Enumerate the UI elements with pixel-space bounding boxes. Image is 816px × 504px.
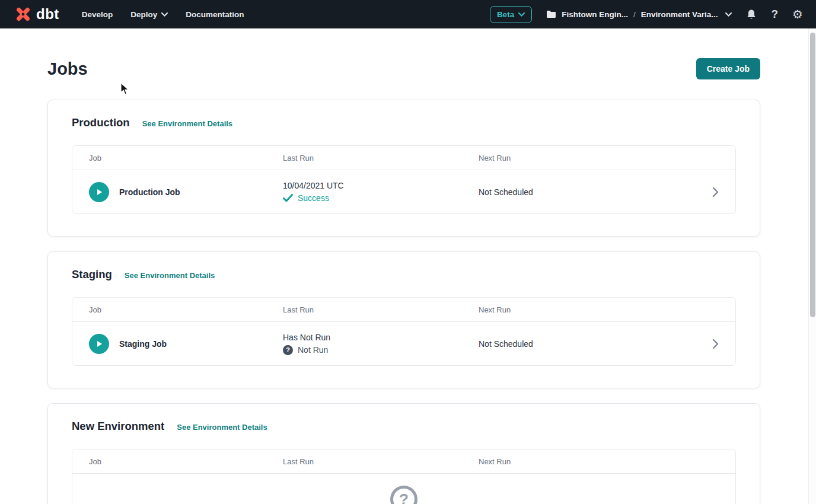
next-run: Not Scheduled: [479, 187, 690, 197]
jobs-table-header: Job Last Run Next Run: [72, 449, 735, 474]
folder-icon: [546, 10, 556, 18]
chevron-down-icon: [518, 12, 525, 17]
environment-card-new-environment: New Environment See Environment Details …: [47, 403, 760, 504]
column-header-job: Job: [89, 305, 283, 314]
column-header-last-run: Last Run: [283, 154, 479, 162]
chevron-right-icon[interactable]: [712, 187, 719, 197]
dbt-logo[interactable]: dbt: [14, 5, 59, 23]
last-run-date: 10/04/2021 UTC: [283, 181, 479, 190]
run-job-button[interactable]: [89, 334, 109, 354]
vertical-scrollbar[interactable]: [808, 28, 816, 504]
gear-icon: ⚙: [792, 8, 803, 20]
column-header-last-run: Last Run: [283, 305, 479, 314]
help-button[interactable]: ?: [771, 8, 778, 21]
topbar: dbt Develop Deploy Documentation Beta Fi…: [0, 0, 816, 28]
page-header: Jobs Create Job: [47, 28, 760, 100]
empty-state: ?: [72, 474, 735, 504]
environment-name: New Environment: [72, 420, 164, 433]
see-environment-details-link[interactable]: See Environment Details: [142, 119, 232, 128]
environment-header: Staging See Environment Details: [72, 268, 736, 281]
next-run: Not Scheduled: [479, 339, 690, 349]
breadcrumb[interactable]: Fishtown Engin... / Environment Varia...: [546, 10, 732, 19]
empty-state-question-icon: ?: [390, 486, 417, 504]
beta-dropdown-button[interactable]: Beta: [490, 6, 532, 23]
see-environment-details-link[interactable]: See Environment Details: [125, 271, 215, 280]
jobs-table-header: Job Last Run Next Run: [72, 298, 735, 322]
nav-deploy[interactable]: Deploy: [130, 10, 168, 19]
see-environment-details-link[interactable]: See Environment Details: [177, 423, 267, 432]
run-job-button[interactable]: [89, 182, 109, 202]
column-header-job: Job: [89, 154, 283, 162]
question-circle-icon: ?: [283, 345, 293, 355]
column-header-next-run: Next Run: [479, 154, 690, 162]
environment-header: Production See Environment Details: [72, 116, 736, 129]
check-icon: [283, 194, 293, 202]
logo-text: dbt: [36, 6, 59, 23]
job-name: Production Job: [119, 187, 180, 197]
column-header-next-run: Next Run: [479, 457, 690, 466]
dbt-logo-icon: [14, 5, 32, 23]
column-header-next-run: Next Run: [479, 305, 690, 314]
environment-header: New Environment See Environment Details: [72, 420, 736, 433]
job-row-staging-job[interactable]: Staging Job Has Not Run ? Not Run Not Sc…: [72, 322, 735, 365]
jobs-table: Job Last Run Next Run Production Job 10/…: [72, 145, 736, 214]
environment-card-production: Production See Environment Details Job L…: [47, 100, 760, 237]
main-content: Jobs Create Job Production See Environme…: [47, 28, 760, 504]
notifications-button[interactable]: [746, 9, 757, 20]
scrollbar-thumb[interactable]: [810, 33, 815, 317]
page-title: Jobs: [47, 59, 88, 79]
job-status: ? Not Run: [283, 345, 479, 355]
create-job-button[interactable]: Create Job: [696, 58, 760, 79]
jobs-table: Job Last Run Next Run Staging Job Has No…: [72, 297, 736, 366]
jobs-table: Job Last Run Next Run ?: [72, 449, 736, 504]
job-name: Staging Job: [119, 339, 167, 349]
primary-nav: Develop Deploy Documentation: [82, 10, 262, 19]
environment-name: Production: [72, 116, 130, 129]
chevron-down-icon: [161, 12, 168, 17]
environment-card-staging: Staging See Environment Details Job Last…: [47, 251, 760, 388]
last-run-date: Has Not Run: [283, 333, 479, 342]
chevron-right-icon[interactable]: [712, 339, 719, 349]
column-header-last-run: Last Run: [283, 457, 479, 466]
column-header-job: Job: [89, 457, 283, 466]
breadcrumb-separator: /: [633, 10, 636, 19]
job-status: Success: [283, 193, 479, 203]
topbar-right: Beta Fishtown Engin... / Environment Var…: [490, 6, 803, 23]
job-row-production-job[interactable]: Production Job 10/04/2021 UTC Success No…: [72, 170, 735, 213]
chevron-down-icon: [725, 12, 732, 17]
jobs-table-header: Job Last Run Next Run: [72, 146, 735, 170]
settings-button[interactable]: ⚙: [792, 8, 803, 20]
bell-icon: [746, 9, 757, 20]
play-icon: [94, 187, 104, 197]
environment-name: Staging: [72, 268, 112, 281]
play-icon: [94, 339, 104, 349]
nav-documentation[interactable]: Documentation: [186, 10, 244, 19]
help-icon: ?: [771, 8, 778, 21]
nav-develop[interactable]: Develop: [82, 10, 113, 19]
breadcrumb-page[interactable]: Environment Varia...: [641, 10, 718, 19]
breadcrumb-project[interactable]: Fishtown Engin...: [562, 10, 628, 19]
